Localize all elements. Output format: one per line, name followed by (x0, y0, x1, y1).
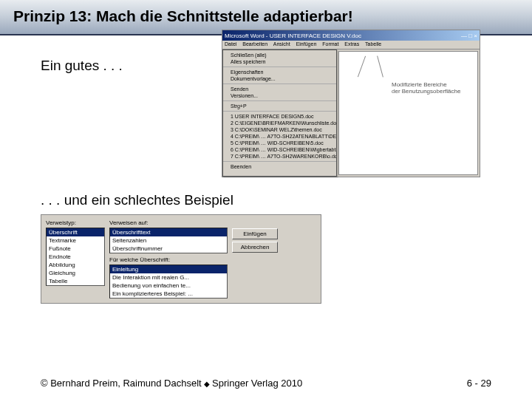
list-item[interactable]: Bedienung von einfachen te... (110, 282, 227, 290)
list-item[interactable]: Überschriftnummer (110, 245, 227, 253)
document-area: Modifizierte Bereiche der Benutzungsober… (338, 51, 478, 175)
menu-item[interactable]: Strg+P (223, 103, 336, 109)
menu-bearbeiten[interactable]: Bearbeiten (242, 41, 267, 47)
menu-item-recent[interactable]: 6 C:\PREIM\ … WID-SCHREIBEN\Wigbertabt.d… (223, 146, 336, 153)
list-item[interactable]: Seitenzahlen (110, 236, 227, 245)
cancel-button[interactable]: Abbrechen (232, 242, 278, 253)
ref-to-label: Verweisen auf: (109, 219, 228, 226)
slide-footer: © Bernhard Preim, Raimund Dachselt ◆ Spr… (0, 378, 532, 389)
menu-item-recent[interactable]: 1 USER INTERFACE DESIGN5.doc (223, 113, 336, 120)
menu-format[interactable]: Format (322, 41, 338, 47)
ref-type-label: Verweistyp: (46, 219, 105, 226)
menu-item[interactable]: Senden (223, 86, 336, 92)
list-item[interactable]: Tabelle (47, 277, 104, 285)
list-item[interactable]: Gleichung (47, 269, 104, 277)
word-body: Schließen (alle) Alles speichern Eigensc… (222, 50, 480, 177)
ref-to-list[interactable]: Überschrifttext Seitenzahlen Überschrift… (109, 228, 228, 253)
page-number: 6 - 29 (467, 378, 491, 389)
annotation-line1: Modifizierte Bereiche (392, 81, 473, 88)
annotation-line2: der Benutzungsoberfläche (392, 88, 473, 95)
ref-to-column: Verweisen auf: Überschrifttext Seitenzah… (109, 219, 228, 299)
list-item[interactable]: Überschrifttext (110, 228, 227, 236)
headings-list[interactable]: Einleitung Die Interaktion mit realen G.… (109, 265, 228, 299)
list-item[interactable]: Die Interaktion mit realen G... (110, 273, 227, 282)
bad-example-screenshot: Verweistyp: Überschrift Textmarke Fußnot… (41, 214, 321, 304)
word-window-title: Microsoft Word - USER INTERFACE DESIGN V… (225, 33, 361, 39)
list-item[interactable]: Textmarke (47, 236, 104, 245)
slide-content: Ein gutes . . . Microsoft Word - USER IN… (0, 35, 532, 311)
good-example-screenshot: Microsoft Word - USER INTERFACE DESIGN V… (222, 30, 480, 177)
menu-item-recent[interactable]: 4 C:\PREIM\ … A7TO-SH22ATENABLATT\DER.DO… (223, 133, 336, 140)
menu-item[interactable]: Eigenschaften (223, 69, 336, 75)
footer-left: © Bernhard Preim, Raimund Dachselt ◆ Spr… (41, 378, 302, 389)
menu-item[interactable]: Schließen (alle) (223, 52, 336, 58)
list-item[interactable]: Endnote (47, 253, 104, 261)
bad-example-label: . . . und ein schlechtes Beispiel (41, 192, 491, 208)
menu-item[interactable]: Alles speichern (223, 58, 336, 65)
menu-item[interactable]: Dokumentvorlage... (223, 75, 336, 82)
list-item[interactable]: Fußnote (47, 245, 104, 253)
list-item[interactable]: Einleitung (110, 265, 227, 273)
menu-datei[interactable]: Datei (225, 41, 236, 47)
slide-title: Prinzip 13: Mach die Schnittstelle adapt… (13, 7, 519, 25)
menu-item-recent[interactable]: 7 C:\PREIM\ … A7TO-SH2WARENKORB\o.doc (223, 153, 336, 160)
window-controls: — □ × (461, 33, 477, 39)
publisher-text: Springer Verlag 2010 (212, 378, 302, 389)
menu-item[interactable]: Versionen... (223, 92, 336, 99)
list-item[interactable]: Überschrift (47, 228, 104, 236)
menu-tabelle[interactable]: Tabelle (365, 41, 381, 47)
menu-extras[interactable]: Extras (344, 41, 359, 47)
menu-item-exit[interactable]: Beenden (223, 163, 336, 170)
diamond-icon: ◆ (204, 380, 212, 388)
list-item[interactable]: Abbildung (47, 261, 104, 269)
menu-item-recent[interactable]: 3 C:\DOK\SEMINAR WELZ\themen.doc (223, 126, 336, 133)
insert-button[interactable]: Einfügen (232, 228, 278, 239)
ref-type-list[interactable]: Überschrift Textmarke Fußnote Endnote Ab… (46, 228, 105, 286)
annotation-text: Modifizierte Bereiche der Benutzungsober… (392, 81, 473, 95)
list-item[interactable]: Ein komplizierteres Beispiel: ... (110, 290, 227, 298)
word-window-titlebar: Microsoft Word - USER INTERFACE DESIGN V… (222, 30, 480, 41)
dialog-buttons: Einfügen Abbrechen (232, 228, 278, 299)
which-heading-label: Für welche Überschrift: (109, 256, 228, 263)
menu-einfuegen[interactable]: Einfügen (296, 41, 317, 47)
copyright-text: © Bernhard Preim, Raimund Dachselt (41, 378, 202, 389)
annotation-line (377, 55, 383, 77)
menu-item-recent[interactable]: 2 C:\EIGENE\BRIEFMARKEN\Wunschliste.doc (223, 120, 336, 126)
menu-item-recent[interactable]: 5 C:\PREIM\ … WID-SCHREIBEN\5.doc (223, 140, 336, 146)
word-menubar: Datei Bearbeiten Ansicht Einfügen Format… (222, 41, 480, 50)
menu-ansicht[interactable]: Ansicht (273, 41, 290, 47)
annotation-line (358, 56, 366, 78)
ref-type-column: Verweistyp: Überschrift Textmarke Fußnot… (46, 219, 105, 299)
file-dropdown-menu: Schließen (alle) Alles speichern Eigensc… (222, 50, 337, 177)
